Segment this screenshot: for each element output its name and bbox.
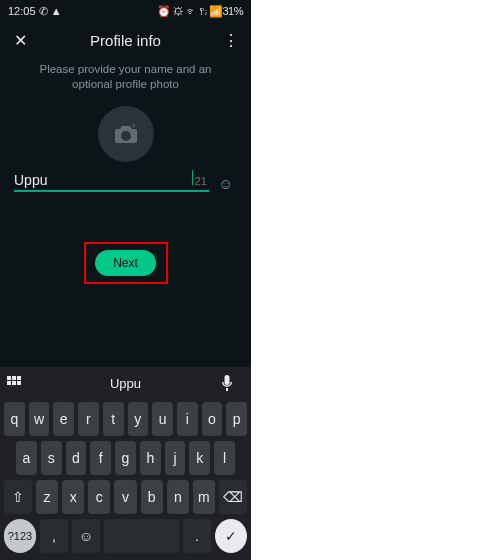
keyboard-row-1: qwertyuiop [2,402,249,436]
svg-rect-2 [12,376,16,380]
svg-rect-6 [17,381,21,385]
key-z[interactable]: z [36,480,58,514]
keyboard-suggestion[interactable]: Uppu [30,376,221,391]
svg-rect-3 [17,376,21,380]
key-l[interactable]: l [214,441,235,475]
keyboard-row-2: asdfghjkl [2,441,249,475]
key-w[interactable]: w [29,402,50,436]
key-n[interactable]: n [167,480,189,514]
svg-rect-4 [7,381,11,385]
key-c[interactable]: c [88,480,110,514]
enter-key[interactable]: ✓ [215,519,247,553]
next-button[interactable]: Next [95,250,156,276]
key-v[interactable]: v [114,480,136,514]
backspace-key[interactable]: ⌫ [219,480,247,514]
key-m[interactable]: m [193,480,215,514]
key-h[interactable]: h [140,441,161,475]
svg-text:+: + [131,123,136,131]
next-button-highlight: Next [84,242,168,284]
mic-icon[interactable] [221,375,245,391]
char-count: 21 [193,175,209,187]
period-key[interactable]: . [183,519,211,553]
key-y[interactable]: y [128,402,149,436]
shift-key[interactable]: ⇧ [4,480,32,514]
key-u[interactable]: u [152,402,173,436]
svg-rect-1 [7,376,11,380]
keyboard[interactable]: Uppu qwertyuiop asdfghjkl ⇧ zxcvbnm ⌫ ?1… [0,367,251,560]
camera-icon: + [114,123,138,145]
key-b[interactable]: b [141,480,163,514]
key-e[interactable]: e [53,402,74,436]
emoji-key[interactable]: ☺ [72,519,100,553]
key-a[interactable]: a [16,441,37,475]
keyboard-row-3: ⇧ zxcvbnm ⌫ [2,480,249,514]
key-r[interactable]: r [78,402,99,436]
phone-profile-setup: 12:05 ✆ ▲ ⏰ ⚙ ᯤ ⫯ᵢ 📶31% ✕ Profile info ⋮… [0,0,251,560]
emoji-icon[interactable]: ☺ [215,175,237,192]
comma-key[interactable]: , [40,519,68,553]
key-j[interactable]: j [165,441,186,475]
key-f[interactable]: f [90,441,111,475]
key-k[interactable]: k [189,441,210,475]
key-s[interactable]: s [41,441,62,475]
key-i[interactable]: i [177,402,198,436]
more-icon[interactable]: ⋮ [217,31,245,50]
key-g[interactable]: g [115,441,136,475]
add-photo-button[interactable]: + [98,106,154,162]
name-input[interactable]: Uppu [14,170,191,190]
key-t[interactable]: t [103,402,124,436]
key-o[interactable]: o [202,402,223,436]
close-icon[interactable]: ✕ [6,31,34,50]
key-q[interactable]: q [4,402,25,436]
subtitle: Please provide your name and an optional… [0,58,251,96]
svg-rect-5 [12,381,16,385]
page-title: Profile info [34,32,217,49]
keyboard-grid-icon[interactable] [6,375,30,391]
key-p[interactable]: p [226,402,247,436]
symbols-key[interactable]: ?123 [4,519,36,553]
space-key[interactable] [104,519,179,553]
key-x[interactable]: x [62,480,84,514]
profile-header: ✕ Profile info ⋮ [0,22,251,58]
key-d[interactable]: d [66,441,87,475]
name-input-wrap[interactable]: Uppu 21 [14,170,209,192]
status-bar: 12:05 ✆ ▲ ⏰ ⚙ ᯤ ⫯ᵢ 📶31% [0,0,251,22]
